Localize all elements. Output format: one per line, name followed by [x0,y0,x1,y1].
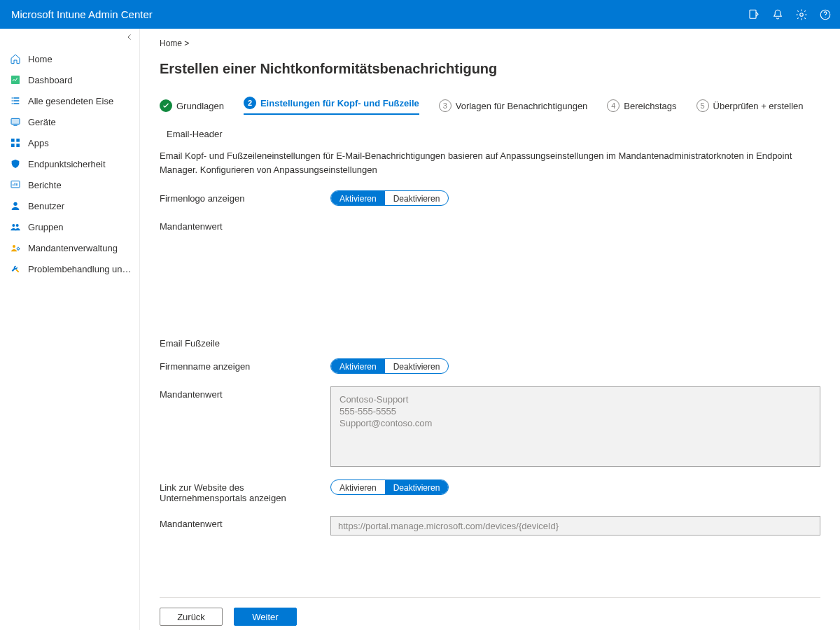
show-portal-link-label: Link zur Website des Unternehmensportals… [160,479,330,503]
back-button[interactable]: Zurück [160,608,223,626]
collapse-sidebar-button[interactable] [125,33,134,43]
sidebar-item-devices[interactable]: Geräte [0,111,139,132]
sidebar-item-label: Endpunktsicherheit [28,159,106,169]
toggle-option-enable[interactable]: Aktivieren [331,480,385,494]
tenant-icon [10,242,21,253]
sidebar-item-troubleshoot[interactable]: Problembehandlung und Support [0,258,139,279]
tenant-line: Support@contoso.com [340,418,811,428]
gear-icon[interactable] [795,8,808,21]
header-tenant-value-label: Mandantenwert [160,218,330,232]
svg-rect-0 [750,10,756,18]
email-footer-section-label: Email Fußzeile [160,338,820,349]
show-company-name-label: Firmenname anzeigen [160,358,330,372]
show-company-name-row: Firmenname anzeigen Aktivieren Deaktivie… [160,358,820,374]
step-number-icon: 4 [607,99,620,112]
sidebar-item-label: Mandantenverwaltung [28,243,118,253]
sidebar-item-label: Apps [28,138,49,148]
step-basics[interactable]: Grundlagen [160,99,224,112]
sidebar-item-groups[interactable]: Gruppen [0,216,139,237]
step-review[interactable]: 5 Überprüfen + erstellen [696,99,804,112]
step-label: Grundlagen [176,101,224,111]
sidebar-item-label: Benutzer [28,201,64,211]
step-number-icon: 5 [696,99,709,112]
next-button[interactable]: Weiter [234,608,297,626]
top-bar: Microsoft Intune Admin Center [0,0,840,29]
toggle-option-enable[interactable]: Aktivieren [331,359,385,373]
sidebar-item-apps[interactable]: Apps [0,132,139,153]
wrench-icon [10,263,21,274]
sidebar-item-label: Problembehandlung und Support [28,264,132,274]
sidebar-item-reports[interactable]: Berichte [0,174,139,195]
svg-rect-6 [11,118,20,124]
tenant-line: Contoso-Support [340,394,811,405]
sidebar-item-label: Dashboard [28,75,73,85]
settings-description: Email Kopf- und Fußzeileneinstellungen f… [160,149,818,176]
wizard-steps: Grundlagen 2 Einstellungen für Kopf- und… [160,97,820,115]
step-label: Bereichstags [624,101,676,111]
show-company-logo-label: Firmenlogo anzeigen [160,190,330,204]
show-company-name-toggle[interactable]: Aktivieren Deaktivieren [330,358,449,374]
page-title: Erstellen einer Nichtkonformitätsbenachr… [160,61,820,77]
sidebar-item-tenantadmin[interactable]: Mandantenverwaltung [0,237,139,258]
step-scopetags[interactable]: 4 Bereichstags [607,99,676,112]
help-icon[interactable] [819,8,832,21]
sidebar-item-dashboard[interactable]: Dashboard [0,69,139,90]
tenant-line: 555-555-5555 [340,406,811,416]
toggle-option-disable[interactable]: Deaktivieren [385,480,449,494]
reports-icon [10,179,21,190]
sidebar-item-label: Geräte [28,117,56,127]
header-tenant-value-row: Mandantenwert [160,218,820,232]
svg-point-13 [12,224,15,227]
step-header-footer[interactable]: 2 Einstellungen für Kopf- und Fußzeile [244,97,419,115]
svg-rect-9 [11,144,15,147]
bell-icon[interactable] [771,8,784,21]
svg-point-3 [825,17,825,18]
portal-tenant-value-label: Mandantenwert [160,516,330,529]
step-number-icon: 2 [244,97,256,109]
sidebar-item-users[interactable]: Benutzer [0,195,139,216]
shield-icon [10,158,21,169]
svg-point-16 [17,248,19,250]
home-icon [10,53,21,64]
wizard-footer: Zurück Weiter [160,597,820,626]
sidebar-item-home[interactable]: Home [0,48,139,69]
sidebar: Home Dashboard Alle gesendeten Eise Gerä… [0,29,140,630]
feedback-icon[interactable] [748,8,760,21]
toggle-option-disable[interactable]: Deaktivieren [385,191,449,205]
toggle-option-disable[interactable]: Deaktivieren [385,359,449,373]
svg-rect-10 [16,144,20,147]
svg-rect-4 [11,76,20,84]
footer-tenant-value-box: Contoso-Support 555-555-5555 Support@con… [330,386,820,467]
groups-icon [10,221,21,232]
sidebar-item-endpointsec[interactable]: Endpunktsicherheit [0,153,139,174]
show-company-logo-toggle[interactable]: Aktivieren Deaktivieren [330,190,449,206]
step-label: Vorlagen für Benachrichtigungen [456,101,588,111]
footer-tenant-value-label: Mandantenwert [160,386,330,400]
breadcrumb[interactable]: Home > [160,38,820,48]
show-portal-link-row: Link zur Website des Unternehmensportals… [160,479,820,503]
step-label: Überprüfen + erstellen [713,101,804,111]
user-icon [10,200,21,211]
sidebar-item-label: Berichte [28,180,62,190]
show-portal-link-toggle[interactable]: Aktivieren Deaktivieren [330,479,449,495]
sidebar-item-label: Home [28,54,52,64]
svg-point-12 [13,202,17,206]
svg-rect-8 [16,139,20,142]
step-label: Einstellungen für Kopf- und Fußzeile [260,98,419,108]
step-templates[interactable]: 3 Vorlagen für Benachrichtigungen [439,99,588,112]
show-company-logo-row: Firmenlogo anzeigen Aktivieren Deaktivie… [160,190,820,206]
step-number-icon: 3 [439,99,451,112]
main-content: Home > Erstellen einer Nichtkonformitäts… [140,29,840,630]
apps-icon [10,137,21,148]
svg-point-15 [13,245,15,248]
footer-tenant-value-row: Mandantenwert Contoso-Support 555-555-55… [160,386,820,467]
toggle-option-enable[interactable]: Aktivieren [331,191,385,205]
svg-rect-7 [11,139,15,142]
app-title: Microsoft Intune Admin Center [11,8,153,20]
dashboard-icon [10,74,21,85]
svg-point-1 [800,13,804,16]
portal-tenant-value-field: https://portal.manage.microsoft.com/devi… [330,516,820,536]
sidebar-item-label: Alle gesendeten Eise [28,96,113,106]
sidebar-item-allservices[interactable]: Alle gesendeten Eise [0,90,139,111]
devices-icon [10,116,21,127]
